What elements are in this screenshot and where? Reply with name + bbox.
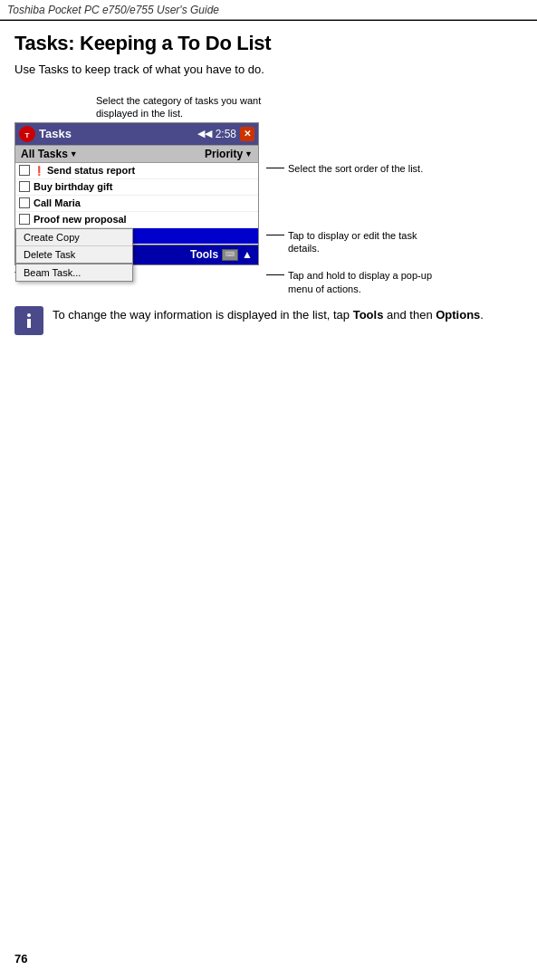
task-list: ❗ Send status report Buy birthday gift C… (15, 163, 258, 245)
tools-button[interactable]: Tools (190, 248, 218, 261)
taskbar: T Tasks ◀◀ 2:58 ✕ (15, 123, 258, 145)
task-item[interactable]: Proof new proposal (15, 212, 258, 228)
taskbar-right: ◀◀ 2:58 ✕ (197, 127, 254, 141)
taskbar-time: 2:58 (216, 128, 236, 140)
keyboard-icon[interactable]: ⌨ (222, 249, 238, 261)
taskbar-left: T Tasks (19, 126, 72, 142)
task-label: Buy birthday gift (34, 181, 112, 192)
bottom-bar-right: Tools ⌨ ▲ (190, 248, 253, 261)
close-button[interactable]: ✕ (240, 127, 254, 141)
filter-bar: All Tasks ▼ Priority ▼ (15, 145, 258, 163)
task-item[interactable]: Call Maria (15, 196, 258, 212)
scroll-up-icon[interactable]: ▲ (242, 248, 253, 261)
category-dropdown-arrow: ▼ (70, 149, 78, 159)
context-menu-overlay: Submit message Create Copy Delete Task B… (15, 228, 258, 245)
task-item[interactable]: Buy birthday gift (15, 179, 258, 196)
page-title: Tasks: Keeping a To Do List (14, 32, 523, 55)
context-menu-beam-task[interactable]: Beam Task... (16, 264, 132, 281)
callout-right-1: Select the sort order of the list. (288, 162, 451, 175)
note-text-before: To change the way information is display… (53, 308, 353, 322)
category-filter[interactable]: All Tasks ▼ (21, 148, 78, 160)
intro-text: Use Tasks to keep track of what you have… (14, 62, 523, 76)
task-item[interactable]: ❗ Send status report (15, 163, 258, 179)
toshiba-logo-icon: T (19, 126, 35, 142)
task-checkbox[interactable] (19, 181, 30, 192)
note-tools-word: Tools (353, 308, 384, 322)
sort-filter[interactable]: Priority ▼ (205, 148, 253, 160)
sort-dropdown-arrow: ▼ (245, 149, 253, 159)
note-text-middle: and then (383, 308, 436, 322)
task-checkbox[interactable] (19, 214, 30, 225)
task-label: Call Maria (34, 197, 81, 208)
svg-text:T: T (25, 131, 30, 139)
context-menu-delete-task[interactable]: Delete Task (16, 246, 132, 264)
task-checkbox[interactable] (19, 165, 30, 176)
speaker-icon: ◀◀ (197, 128, 212, 139)
taskbar-app-title: Tasks (39, 127, 72, 140)
callout-right-3: Tap and hold to display a pop-up menu of… (288, 269, 451, 295)
task-checkbox[interactable] (19, 197, 30, 208)
priority-label: Priority (205, 148, 243, 160)
svg-rect-4 (27, 319, 31, 328)
context-menu: Create Copy Delete Task Beam Task... (15, 228, 133, 282)
page-number: 76 (14, 952, 27, 966)
task-label: Send status report (47, 165, 135, 176)
right-annotations: Select the sort order of the list. Tap t… (266, 122, 451, 295)
note-text: To change the way information is display… (53, 306, 484, 324)
context-menu-create-copy[interactable]: Create Copy (16, 229, 132, 246)
all-tasks-label: All Tasks (21, 148, 68, 160)
task-label: Proof new proposal (34, 214, 127, 225)
page-header: Toshiba Pocket PC e750/e755 User's Guide (0, 0, 537, 20)
callout-top-label: Select the category of tasks you want di… (96, 94, 286, 120)
device-screen: T Tasks ◀◀ 2:58 ✕ All Tasks (14, 122, 259, 265)
note-text-end: . (480, 308, 484, 322)
callout-right-2: Tap to display or edit the task details. (288, 229, 451, 255)
svg-point-3 (27, 313, 31, 317)
device-screenshot: T Tasks ◀◀ 2:58 ✕ All Tasks (14, 122, 259, 295)
note-options-word: Options (436, 308, 480, 322)
priority-icon: ❗ (34, 166, 44, 176)
note-icon (14, 306, 43, 335)
header-title: Toshiba Pocket PC e750/e755 User's Guide (7, 4, 219, 16)
note-box: To change the way information is display… (14, 306, 523, 335)
